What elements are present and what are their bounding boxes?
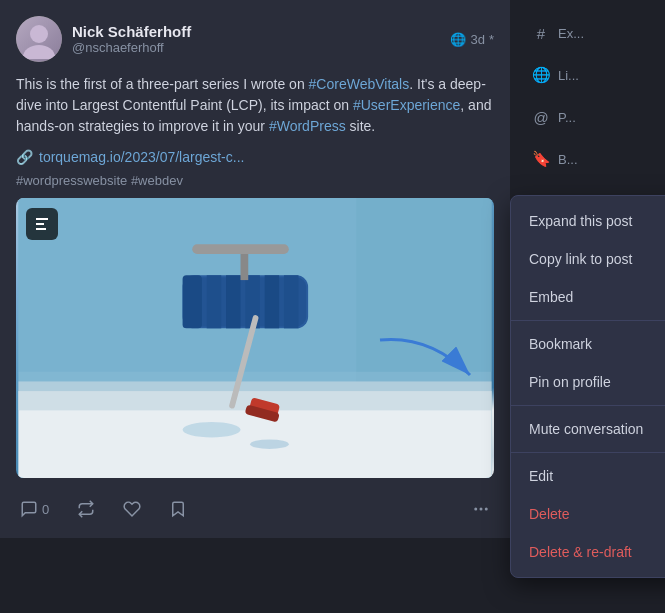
post-link[interactable]: 🔗 torquemag.io/2023/07/largest-c...: [16, 149, 494, 165]
menu-divider-1: [511, 320, 665, 321]
sidebar-label-ex: Ex...: [558, 26, 584, 41]
link-icon: 🔗: [16, 149, 33, 165]
like-button[interactable]: [119, 496, 145, 522]
post-meta: 🌐 3d *: [450, 32, 494, 47]
more-actions-button[interactable]: [468, 496, 494, 522]
svg-point-23: [480, 508, 483, 511]
svg-point-22: [474, 508, 477, 511]
svg-point-24: [485, 508, 488, 511]
menu-divider-2: [511, 405, 665, 406]
reply-count: 0: [42, 502, 49, 517]
svg-rect-10: [207, 275, 221, 328]
sidebar-item-globe[interactable]: 🌐 Li...: [526, 58, 649, 92]
sidebar-label-b: B...: [558, 152, 578, 167]
svg-point-20: [183, 422, 241, 437]
context-menu: Expand this post Copy link to post Embed…: [510, 195, 665, 578]
link-text: torquemag.io/2023/07/largest-c...: [39, 149, 244, 165]
post-text-end: site.: [346, 118, 376, 134]
at-icon: @: [532, 108, 550, 126]
svg-point-0: [30, 25, 48, 43]
reply-button[interactable]: 0: [16, 496, 53, 522]
menu-item-delete[interactable]: Delete: [511, 495, 665, 533]
avatar[interactable]: [16, 16, 62, 62]
menu-item-expand[interactable]: Expand this post: [511, 202, 665, 240]
sidebar-item-bookmark[interactable]: 🔖 B...: [526, 142, 649, 176]
svg-point-21: [250, 439, 289, 449]
menu-item-mute[interactable]: Mute conversation: [511, 410, 665, 448]
bookmark-sidebar-icon: 🔖: [532, 150, 550, 168]
hashtag-wordpress[interactable]: #WordPress: [269, 118, 346, 134]
post-tags: #wordpresswebsite #webdev: [16, 173, 494, 188]
svg-rect-9: [183, 275, 202, 328]
svg-rect-16: [192, 244, 289, 254]
hashtag-corewebvitals[interactable]: #CoreWebVitals: [309, 76, 410, 92]
user-handle[interactable]: @nschaeferhoff: [72, 40, 450, 55]
image-caption-toggle[interactable]: [26, 208, 58, 240]
svg-rect-14: [284, 275, 298, 328]
menu-item-delete-redraft[interactable]: Delete & re-draft: [511, 533, 665, 571]
menu-item-pin[interactable]: Pin on profile: [511, 363, 665, 401]
post-body: This is the first of a three-part series…: [16, 74, 494, 137]
post-header: Nick Schäferhoff @nschaeferhoff 🌐 3d *: [16, 16, 494, 62]
svg-rect-11: [226, 275, 240, 328]
svg-rect-13: [265, 275, 279, 328]
menu-item-edit[interactable]: Edit: [511, 457, 665, 495]
blue-arrow-indicator: [370, 330, 490, 394]
globe-sidebar-icon: 🌐: [532, 66, 550, 84]
hashtag-userexperience[interactable]: #UserExperience: [353, 97, 460, 113]
hashtag-icon: #: [532, 24, 550, 42]
menu-item-embed[interactable]: Embed: [511, 278, 665, 316]
sidebar-item-hashtag[interactable]: # Ex...: [526, 16, 649, 50]
bookmark-action-button[interactable]: [165, 496, 191, 522]
post-time: 3d: [470, 32, 484, 47]
menu-divider-3: [511, 452, 665, 453]
user-info: Nick Schäferhoff @nschaeferhoff: [72, 23, 450, 55]
menu-item-copy-link[interactable]: Copy link to post: [511, 240, 665, 278]
repost-button[interactable]: [73, 496, 99, 522]
post-actions: 0: [16, 488, 494, 522]
menu-item-bookmark[interactable]: Bookmark: [511, 325, 665, 363]
globe-icon: 🌐: [450, 32, 466, 47]
post-text-intro: This is the first of a three-part series…: [16, 76, 309, 92]
sidebar-item-mention[interactable]: @ P...: [526, 100, 649, 134]
sidebar-label-li: Li...: [558, 68, 579, 83]
post-card: Nick Schäferhoff @nschaeferhoff 🌐 3d * T…: [0, 0, 510, 538]
svg-point-1: [23, 45, 55, 59]
sidebar-label-p: P...: [558, 110, 576, 125]
display-name[interactable]: Nick Schäferhoff: [72, 23, 450, 40]
sponsored-marker: *: [489, 32, 494, 47]
